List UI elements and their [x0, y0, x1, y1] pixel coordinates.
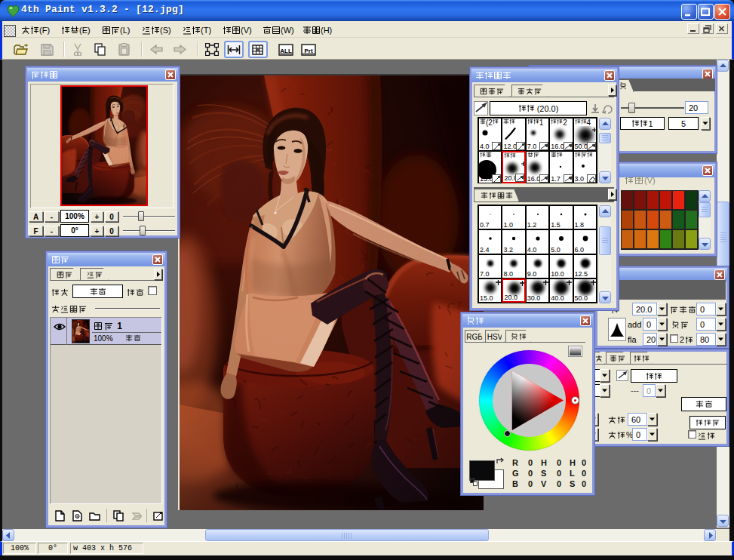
svg-text:Prt: Prt	[304, 47, 312, 54]
svg-text:s: s	[76, 514, 78, 518]
svg-text:ALL: ALL	[280, 47, 292, 54]
